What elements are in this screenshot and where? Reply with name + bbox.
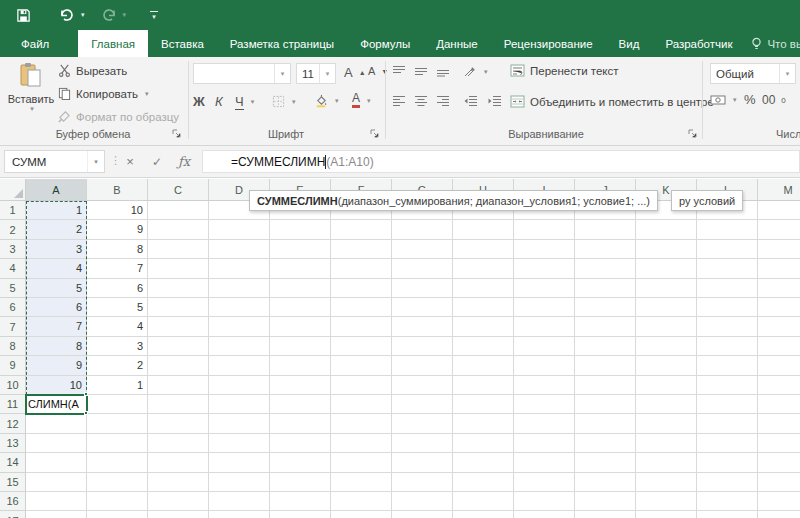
tab-home[interactable]: Главная: [78, 30, 148, 57]
sheet: ABCDEFGHIJKLM1234567891011121314151617 1…: [0, 179, 800, 518]
cell-B5[interactable]: 6: [87, 279, 147, 297]
borders-button[interactable]: ▾: [272, 95, 296, 108]
cell-B9[interactable]: 2: [87, 356, 147, 374]
align-middle-button[interactable]: [414, 65, 428, 77]
row-header-9[interactable]: 9: [0, 356, 26, 375]
paste-button[interactable]: Вставить ▾: [8, 62, 54, 136]
undo-dropdown[interactable]: ▾: [79, 11, 87, 19]
font-dialog-launcher[interactable]: [370, 129, 381, 140]
row-header-8[interactable]: 8: [0, 337, 26, 356]
formula-input[interactable]: =СУММЕСЛИМН(A1:A10): [202, 150, 800, 173]
row-header-4[interactable]: 4: [0, 259, 26, 278]
row-header-16[interactable]: 16: [0, 492, 26, 511]
column-header-C[interactable]: C: [148, 179, 209, 201]
row-header-13[interactable]: 13: [0, 434, 26, 453]
wrap-text-button[interactable]: Перенести текст: [510, 64, 619, 77]
tab-file[interactable]: Файл: [8, 30, 62, 57]
insert-function-button[interactable]: ƒx: [172, 150, 196, 173]
row-header-1[interactable]: 1: [0, 201, 26, 220]
cell-B1[interactable]: 10: [87, 201, 147, 219]
orientation-button[interactable]: ▾: [463, 65, 488, 78]
row-header-17[interactable]: 17: [0, 511, 26, 518]
row-header-5[interactable]: 5: [0, 279, 26, 298]
select-all-corner[interactable]: [0, 179, 26, 201]
fill-color-button[interactable]: ▾: [314, 94, 339, 108]
row-header-10[interactable]: 10: [0, 376, 26, 395]
row-header-11[interactable]: 11: [0, 395, 26, 414]
cell-B4[interactable]: 7: [87, 259, 147, 277]
comma-style-button[interactable]: 000: [762, 93, 786, 107]
align-left-button[interactable]: [392, 95, 406, 107]
tab-view[interactable]: Вид: [606, 30, 653, 57]
row-header-3[interactable]: 3: [0, 240, 26, 259]
customize-qat-button[interactable]: ▾: [146, 4, 162, 26]
decrease-indent-button[interactable]: [463, 95, 478, 107]
cell-B6[interactable]: 5: [87, 298, 147, 316]
cell-A2[interactable]: 2: [26, 220, 86, 238]
cell-B8[interactable]: 3: [87, 337, 147, 355]
fill-handle[interactable]: [84, 411, 88, 415]
accounting-format-button[interactable]: ▾: [710, 94, 737, 106]
redo-dropdown[interactable]: ▾: [121, 11, 129, 19]
merge-center-button[interactable]: Объединить и поместить в центре ▾: [510, 95, 724, 108]
edit-cell-a11[interactable]: СЛИМН(A: [25, 394, 88, 415]
cell-B2[interactable]: 9: [87, 220, 147, 238]
row-header-2[interactable]: 2: [0, 220, 26, 239]
cell-A4[interactable]: 4: [26, 259, 86, 277]
cell-B7[interactable]: 4: [87, 317, 147, 335]
cell-A3[interactable]: 3: [26, 240, 86, 258]
row-header-14[interactable]: 14: [0, 453, 26, 472]
percent-style-button[interactable]: %: [744, 92, 756, 107]
align-top-button[interactable]: [392, 65, 406, 77]
format-painter-button[interactable]: Формат по образцу: [58, 110, 179, 123]
cut-button[interactable]: Вырезать: [58, 64, 127, 77]
name-box-dropdown[interactable]: ▾: [87, 151, 104, 172]
cell-B3[interactable]: 8: [87, 240, 147, 258]
cell-A9[interactable]: 9: [26, 356, 86, 374]
increase-indent-button[interactable]: [487, 95, 502, 107]
cell-B10[interactable]: 1: [87, 376, 147, 394]
cell-A1[interactable]: 1: [26, 201, 86, 219]
tab-review[interactable]: Рецензирование: [491, 30, 606, 57]
cell-A10[interactable]: 10: [26, 376, 86, 394]
name-box[interactable]: СУММ ▾: [4, 150, 105, 173]
underline-button[interactable]: Ч▾: [235, 94, 254, 110]
tab-formulas[interactable]: Формулы: [347, 30, 423, 57]
tab-data[interactable]: Данные: [423, 30, 491, 57]
column-header-M[interactable]: M: [758, 179, 800, 201]
name-box-value: СУММ: [5, 156, 87, 168]
align-bottom-button[interactable]: [436, 65, 450, 77]
tab-page-layout[interactable]: Разметка страницы: [217, 30, 347, 57]
number-format-combo[interactable]: Общий ▾: [710, 63, 796, 84]
increase-font-button[interactable]: А▲: [344, 65, 366, 80]
enter-button[interactable]: ✓: [145, 150, 169, 173]
font-name-combo[interactable]: ▾: [193, 63, 291, 84]
alignment-dialog-launcher[interactable]: [688, 129, 699, 140]
save-button[interactable]: [12, 4, 35, 26]
cancel-button[interactable]: ×: [118, 150, 142, 173]
italic-button[interactable]: К: [215, 94, 223, 109]
row-header-6[interactable]: 6: [0, 298, 26, 317]
tab-developer[interactable]: Разработчик: [652, 30, 745, 57]
cell-A5[interactable]: 5: [26, 279, 86, 297]
clipboard-dialog-launcher[interactable]: [172, 129, 183, 140]
font-color-button[interactable]: А ▾: [352, 93, 371, 108]
cell-A6[interactable]: 6: [26, 298, 86, 316]
column-header-A[interactable]: A: [26, 179, 87, 201]
redo-button[interactable]: [97, 4, 121, 26]
align-center-button[interactable]: [414, 95, 428, 107]
undo-button[interactable]: [55, 4, 79, 26]
range-handle[interactable]: [84, 392, 88, 396]
row-header-7[interactable]: 7: [0, 317, 26, 336]
bold-button[interactable]: Ж: [193, 94, 205, 109]
cell-A8[interactable]: 8: [26, 337, 86, 355]
row-header-12[interactable]: 12: [0, 414, 26, 433]
row-header-15[interactable]: 15: [0, 473, 26, 492]
align-right-button[interactable]: [436, 95, 450, 107]
copy-button[interactable]: Копировать ▾: [58, 87, 148, 100]
tab-insert[interactable]: Вставка: [148, 30, 217, 57]
cell-A7[interactable]: 7: [26, 317, 86, 335]
column-header-B[interactable]: B: [87, 179, 148, 201]
tell-me-box[interactable]: Что вы хо: [745, 30, 800, 57]
font-size-combo[interactable]: 11 ▾: [296, 63, 336, 84]
